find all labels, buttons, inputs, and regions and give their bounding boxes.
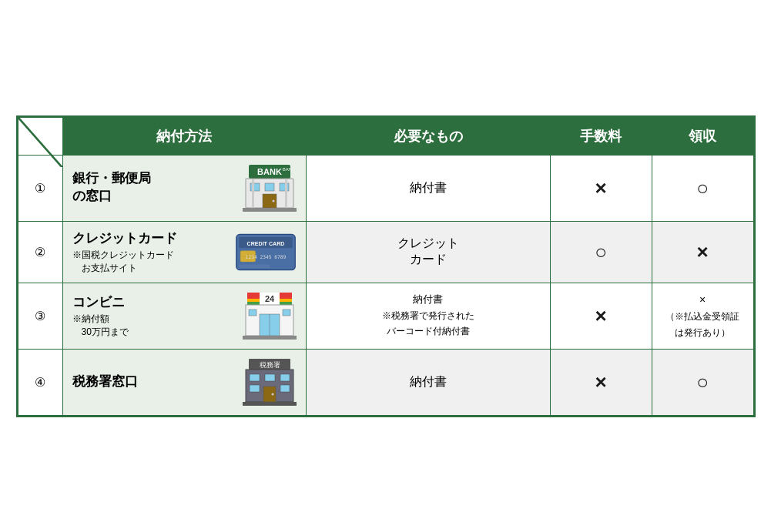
- bank-icon: BANK BAN: [243, 163, 297, 213]
- table-row: ① 銀行・郵便局の窓口 BANK BAN: [18, 155, 753, 221]
- tax-office-icon: 税務署: [243, 357, 297, 407]
- svg-point-41: [272, 393, 274, 395]
- required-1: 納付書: [307, 155, 551, 221]
- method-title-3: コンビニ: [72, 293, 129, 311]
- convenience-store-icon: 24: [243, 291, 297, 341]
- row-num-2: ②: [18, 221, 62, 283]
- svg-line-0: [18, 118, 62, 168]
- method-title-2: クレジットカード: [72, 229, 177, 247]
- required-2: クレジットカード: [307, 221, 551, 283]
- payment-methods-table: 納付方法 必要なもの 手数料 領収 ① 銀行・郵便局の窓口: [16, 115, 756, 417]
- fee-1: ×: [550, 155, 652, 221]
- method-title-4: 税務署窓口: [72, 373, 138, 390]
- col-header-method: 納付方法: [62, 117, 307, 155]
- svg-text:24: 24: [265, 294, 275, 303]
- required-4: 納付書: [307, 349, 551, 415]
- fee-4: ×: [550, 349, 652, 415]
- svg-text:税務署: 税務署: [260, 361, 280, 369]
- row-num-4: ④: [18, 349, 62, 415]
- receipt-4: ○: [652, 349, 753, 415]
- svg-text:CREDIT CARD: CREDIT CARD: [247, 240, 285, 246]
- method-cell-2: クレジットカード ※国税クレジットカード お支払サイト CREDIT CARD: [62, 221, 307, 283]
- svg-rect-38: [250, 385, 260, 392]
- svg-rect-39: [280, 385, 290, 392]
- svg-rect-5: [250, 183, 260, 191]
- svg-rect-11: [252, 179, 254, 208]
- svg-text:1234  2345  6789: 1234 2345 6789: [246, 254, 287, 259]
- svg-rect-20: [239, 264, 270, 267]
- table-row: ② クレジットカード ※国税クレジットカード お支払サイト CREDIT CAR…: [18, 221, 753, 283]
- svg-rect-10: [243, 208, 297, 212]
- svg-rect-6: [265, 183, 274, 191]
- row-num-3: ③: [18, 283, 62, 349]
- col-header-required: 必要なもの: [307, 117, 551, 155]
- required-3: 納付書 ※税務署で発行されたバーコード付納付書: [307, 283, 551, 349]
- svg-text:BAN: BAN: [283, 167, 292, 172]
- table-row: ③ コンビニ ※納付額 30万円まで: [18, 283, 753, 349]
- svg-rect-40: [263, 386, 276, 402]
- col-header-fee: 手数料: [550, 117, 652, 155]
- svg-rect-31: [243, 336, 297, 340]
- fee-2: ○: [550, 221, 652, 283]
- table-row: ④ 税務署窓口 税務署: [18, 349, 753, 415]
- svg-rect-42: [243, 402, 297, 406]
- svg-rect-35: [250, 374, 260, 381]
- method-title-1: 銀行・郵便局の窓口: [72, 169, 151, 205]
- method-cell-1: 銀行・郵便局の窓口 BANK BAN: [62, 155, 307, 221]
- svg-text:BANK: BANK: [257, 167, 282, 176]
- col-header-receipt: 領収: [652, 117, 753, 155]
- method-cell-4: 税務署窓口 税務署: [62, 349, 307, 415]
- method-note-2: ※国税クレジットカード お支払サイト: [72, 249, 177, 275]
- receipt-1: ○: [652, 155, 753, 221]
- svg-rect-37: [280, 374, 290, 381]
- svg-rect-7: [280, 183, 289, 191]
- svg-rect-29: [249, 309, 256, 316]
- method-note-3: ※納付額 30万円まで: [72, 313, 129, 339]
- fee-3: ×: [550, 283, 652, 349]
- svg-rect-30: [283, 309, 290, 316]
- svg-rect-12: [285, 179, 287, 208]
- corner-header: [18, 117, 62, 155]
- svg-rect-36: [265, 374, 275, 381]
- receipt-2: ×: [652, 221, 753, 283]
- svg-point-9: [273, 199, 275, 202]
- method-cell-3: コンビニ ※納付額 30万円まで 24: [62, 283, 307, 349]
- receipt-3: × （※払込金受領証は発行あり）: [652, 283, 753, 349]
- credit-card-icon: CREDIT CARD 1234 2345 6789: [235, 231, 297, 273]
